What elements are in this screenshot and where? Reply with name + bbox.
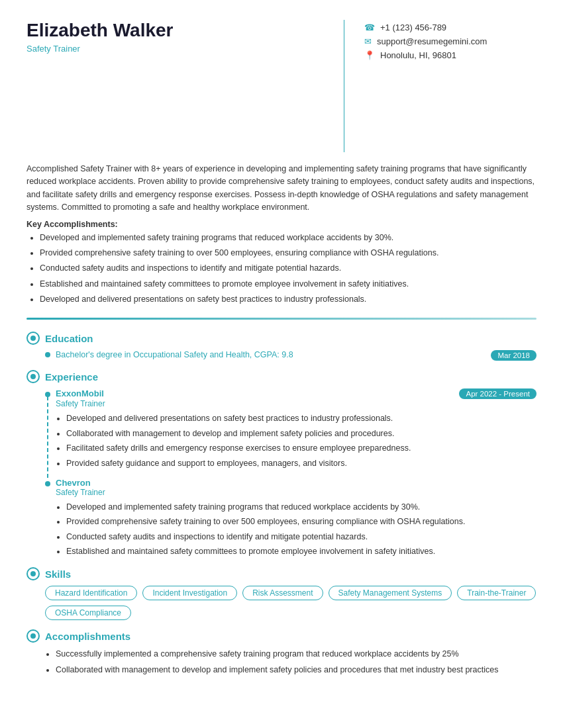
education-title: Education	[45, 333, 93, 344]
list-item: Conducted safety audits and inspections …	[66, 531, 537, 543]
accomplishments-title: Accomplishments	[45, 631, 130, 642]
skill-badge: OSHA Compliance	[45, 606, 131, 620]
skill-badge: Train-the-Trainer	[457, 586, 536, 600]
chevron-job-title: Safety Trainer	[45, 488, 537, 497]
list-item: Provided comprehensive safety training t…	[40, 247, 537, 259]
list-item: Established and maintained safety commit…	[40, 278, 537, 291]
candidate-title: Safety Trainer	[26, 44, 324, 54]
accomplishments-list: Successfully implemented a comprehensive…	[26, 648, 537, 676]
skill-badge: Risk Assessment	[242, 586, 323, 600]
accomplishments-icon-inner	[30, 633, 36, 639]
section-divider	[26, 318, 537, 320]
education-header: Education	[26, 332, 537, 345]
exxon-company-row: ExxonMobil Apr 2022 - Present	[45, 388, 537, 399]
phone-icon: ☎	[364, 23, 375, 32]
resume-header: Elizabeth Walker Safety Trainer ☎ +1 (12…	[26, 20, 537, 152]
experience-title: Experience	[45, 371, 98, 383]
degree-text: Bachelor's degree in Occupational Safety…	[56, 350, 293, 359]
exxon-name: ExxonMobil	[56, 388, 104, 398]
list-item: Facilitated safety drills and emergency …	[66, 442, 537, 455]
skills-header: Skills	[26, 567, 537, 580]
skills-icon	[26, 567, 40, 580]
phone-contact: ☎ +1 (123) 456-789	[364, 23, 537, 32]
list-item: Developed and implemented safety trainin…	[40, 232, 537, 244]
list-item: Developed and delivered presentations on…	[66, 412, 537, 425]
chevron-name-wrap: Chevron	[45, 478, 537, 488]
skill-badge: Safety Management Systems	[329, 586, 452, 600]
list-item: Successfully implemented a comprehensive…	[56, 648, 537, 660]
exxon-bullets: Developed and delivered presentations on…	[45, 412, 537, 470]
skills-icon-inner	[30, 571, 36, 576]
list-item: Conducted safety audits and inspections …	[40, 262, 537, 275]
experience-icon-inner	[30, 374, 36, 379]
list-item: Established and maintained safety commit…	[66, 545, 537, 558]
skills-section: Skills Hazard IdentificationIncident Inv…	[26, 567, 537, 620]
exxon-job-title: Safety Trainer	[45, 399, 537, 408]
experience-icon	[26, 370, 40, 383]
location-icon: 📍	[364, 50, 375, 60]
chevron-name: Chevron	[56, 478, 91, 488]
list-item: Provided comprehensive safety training t…	[66, 516, 537, 528]
education-entry: Bachelor's degree in Occupational Safety…	[26, 350, 537, 361]
list-item: Developed and delivered presentations on…	[40, 293, 537, 306]
education-icon	[26, 332, 40, 345]
experience-header: Experience	[26, 370, 537, 383]
location-contact: 📍 Honolulu, HI, 96801	[364, 50, 537, 60]
header-left: Elizabeth Walker Safety Trainer	[26, 20, 324, 62]
skills-list: Hazard IdentificationIncident Investigat…	[26, 586, 537, 620]
exxon-wrap: ExxonMobil Apr 2022 - Present Safety Tra…	[26, 388, 537, 470]
phone-value: +1 (123) 456-789	[380, 23, 446, 32]
accomplishments-icon	[26, 629, 40, 643]
accomplishments-header: Accomplishments	[26, 629, 537, 643]
chevron-dot	[45, 481, 50, 486]
exxon-date-badge: Apr 2022 - Present	[459, 388, 537, 399]
key-accomplishments-label: Key Accomplishments:	[26, 220, 537, 229]
education-degree: Bachelor's degree in Occupational Safety…	[45, 350, 293, 359]
exxon-name-wrap: ExxonMobil	[45, 388, 104, 398]
location-value: Honolulu, HI, 96801	[380, 50, 456, 60]
summary-text: Accomplished Safety Trainer with 8+ year…	[26, 163, 537, 214]
candidate-name: Elizabeth Walker	[26, 20, 324, 41]
skill-badge: Hazard Identification	[45, 586, 137, 600]
education-date-badge: Mar 2018	[491, 350, 537, 361]
accomplishments-section: Accomplishments Successfully implemented…	[26, 629, 537, 676]
list-item: Developed and implemented safety trainin…	[66, 501, 537, 514]
education-icon-inner	[30, 336, 36, 341]
header-divider	[344, 20, 344, 152]
email-icon: ✉	[364, 36, 372, 46]
list-item: Collaborated with management to develop …	[66, 428, 537, 440]
email-contact: ✉ support@resumegemini.com	[364, 36, 537, 46]
list-item: Provided safety guidance and support to …	[66, 457, 537, 470]
summary-list: Developed and implemented safety trainin…	[26, 232, 537, 306]
skills-title: Skills	[45, 569, 71, 580]
summary-section: Accomplished Safety Trainer with 8+ year…	[26, 163, 537, 306]
chevron-bullets: Developed and implemented safety trainin…	[45, 501, 537, 559]
education-section: Education Bachelor's degree in Occupatio…	[26, 332, 537, 361]
chevron-wrap: Chevron Safety Trainer Developed and imp…	[26, 478, 537, 559]
email-value: support@resumegemini.com	[377, 36, 487, 46]
list-item: Collaborated with management to develop …	[56, 664, 537, 676]
edu-dot	[45, 352, 50, 357]
skill-badge: Incident Investigation	[142, 586, 237, 600]
timeline-line-exxon	[47, 396, 48, 478]
header-right: ☎ +1 (123) 456-789 ✉ support@resumegemin…	[364, 20, 537, 64]
experience-section: Experience ExxonMobil Apr 2022 - Present…	[26, 370, 537, 558]
